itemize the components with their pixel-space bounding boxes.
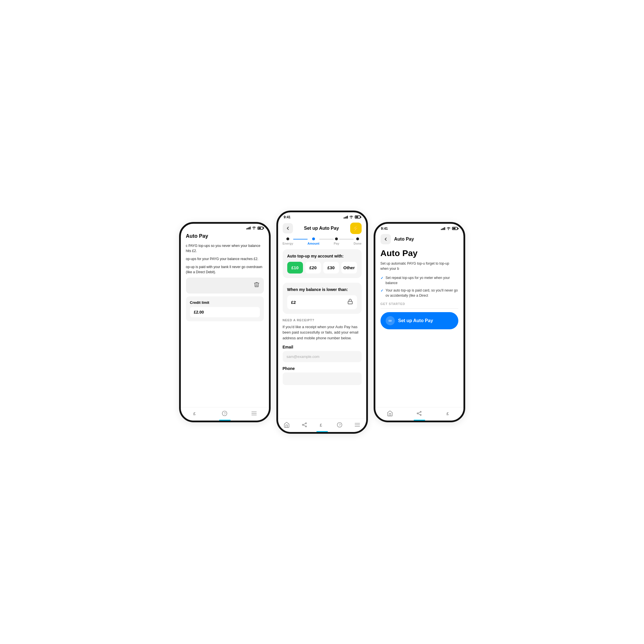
back-button-right[interactable]: [381, 234, 391, 244]
wifi-icon-right: [447, 227, 451, 230]
credit-limit-box: Credit limit £2.00: [186, 296, 264, 321]
step-line-3: [339, 239, 354, 239]
svg-text:£: £: [447, 411, 449, 416]
signal-icon-center: [344, 216, 348, 219]
right-page-title: Auto Pay: [381, 248, 458, 258]
nav-item-nodes-right[interactable]: [416, 410, 422, 417]
check-item-1: ✓ Set repeat top-ups for yo meter when y…: [381, 275, 458, 286]
amount-btn-10[interactable]: £10: [287, 262, 303, 274]
bottom-nav-left: £ ?: [181, 407, 269, 421]
phone-label: Phone: [283, 366, 362, 371]
step-label-energy: Energy: [283, 242, 293, 245]
svg-line-21: [418, 412, 420, 413]
left-phone: Auto Pay c PAYG top-ups so you never whe…: [179, 222, 271, 422]
back-button-center[interactable]: [283, 223, 293, 233]
checkmark-1: ✓: [381, 276, 383, 286]
lock-icon: [347, 299, 353, 306]
wifi-icon-center: [349, 216, 353, 219]
autopay-icon: ∞: [386, 316, 395, 325]
left-body-3: op-up is paid with your bank ll never go…: [186, 264, 264, 275]
scene: Auto Pay c PAYG top-ups so you never whe…: [179, 211, 465, 434]
stepper: Energy Amount Pay Done: [278, 237, 366, 249]
nav-item-pound[interactable]: £: [192, 410, 199, 417]
wifi-icon: [252, 227, 256, 229]
step-dot-pay: [335, 237, 338, 240]
status-bar-right: 9:41: [375, 224, 463, 232]
balance-label: When my balance is lower than:: [287, 287, 357, 292]
receipt-section: NEED A RECEIPT? If you'd like a receipt …: [283, 318, 362, 385]
get-started-label: GET STARTED: [381, 302, 458, 306]
left-header-title: Auto Pay: [186, 231, 264, 243]
pound-icon-right: £: [445, 410, 452, 417]
amount-btn-30[interactable]: £30: [323, 262, 339, 274]
receipt-label: NEED A RECEIPT?: [283, 318, 362, 322]
home-icon-center: [284, 422, 290, 428]
right-header-row: Auto Pay: [381, 232, 458, 248]
email-input[interactable]: sam@example.com: [283, 351, 362, 362]
right-desc: Set up automatic PAYG top-u forget to to…: [381, 261, 458, 271]
step-label-amount: Amount: [308, 242, 320, 245]
step-label-done: Done: [354, 242, 362, 245]
trash-icon[interactable]: [253, 282, 260, 290]
left-body-2: op-ups for your PAYG your balance reache…: [186, 256, 264, 261]
nav-item-help-center[interactable]: ?: [336, 422, 343, 428]
balance-input-row: £2: [287, 295, 357, 309]
step-line-2: [319, 239, 334, 239]
setup-autopay-button[interactable]: ∞ Set up Auto Pay: [381, 312, 458, 329]
balance-section: When my balance is lower than: £2: [283, 283, 362, 314]
nodes-icon-right: [416, 410, 422, 417]
nav-item-home-center[interactable]: [284, 422, 290, 428]
right-header-title: Auto Pay: [394, 237, 414, 242]
help-icon: ?: [221, 410, 228, 417]
nav-item-pound-center[interactable]: £: [319, 422, 325, 428]
nav-item-help[interactable]: ?: [221, 410, 228, 417]
step-amount: Amount: [308, 237, 320, 245]
svg-rect-6: [348, 301, 352, 304]
step-dot-amount: [312, 237, 315, 240]
svg-text:£: £: [320, 423, 322, 427]
battery-icon-center: [355, 215, 360, 219]
step-label-pay: Pay: [334, 242, 339, 245]
nodes-icon-center: [301, 422, 308, 428]
right-content: Auto Pay Auto Pay Set up automatic PAYG …: [375, 232, 463, 407]
email-label: Email: [283, 345, 362, 349]
nav-item-home-right[interactable]: [387, 410, 393, 417]
credit-limit-value: £2.00: [190, 307, 260, 317]
lightning-icon: ⚡: [352, 225, 359, 232]
status-bar-left: [181, 224, 269, 231]
nav-item-nodes-center[interactable]: [301, 422, 308, 428]
nav-item-menu[interactable]: [251, 410, 257, 417]
step-dot-energy: [286, 237, 289, 240]
step-pay: Pay: [334, 237, 339, 245]
center-page-title: Set up Auto Pay: [304, 226, 339, 231]
status-bar-center: 9:41: [278, 212, 366, 220]
nav-item-menu-center[interactable]: [354, 422, 360, 428]
svg-text:£: £: [193, 411, 195, 416]
svg-line-10: [303, 423, 305, 425]
svg-line-11: [303, 425, 305, 426]
bottom-nav-right: £: [375, 407, 463, 421]
amount-options: £10 £20 £30 Other: [287, 262, 357, 274]
topup-section: Auto top-up my account with: £10 £20 £30…: [283, 249, 362, 278]
step-line-1: [293, 239, 308, 239]
center-header: Set up Auto Pay ⚡: [278, 220, 366, 237]
center-phone: 9:41: [276, 211, 368, 434]
step-energy: Energy: [283, 237, 293, 245]
amount-btn-other[interactable]: Other: [341, 262, 357, 274]
phone-input[interactable]: [283, 372, 362, 385]
right-phone: 9:41: [374, 222, 465, 422]
step-dot-done: [356, 237, 359, 240]
pound-icon-center: £: [319, 422, 325, 428]
nav-item-pound-right[interactable]: £: [445, 410, 452, 417]
menu-icon: [251, 410, 257, 417]
amount-btn-20[interactable]: £20: [305, 262, 321, 274]
setup-autopay-label: Set up Auto Pay: [398, 318, 433, 323]
lightning-button[interactable]: ⚡: [350, 223, 362, 234]
credit-limit-label: Credit limit: [190, 300, 260, 305]
home-icon-right: [387, 410, 393, 417]
balance-value: £2: [291, 300, 296, 305]
check-item-2-text: Your auto top-up is paid card, so you'll…: [386, 288, 458, 298]
help-icon-center: ?: [336, 422, 343, 428]
delete-icon-box: [186, 278, 264, 294]
time-center: 9:41: [284, 215, 291, 219]
